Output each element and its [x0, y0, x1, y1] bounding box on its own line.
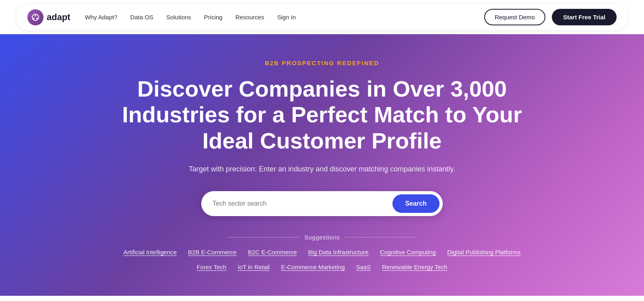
suggestion-forex-tech[interactable]: Forex Tech: [196, 264, 226, 270]
suggestions-line-right: [345, 237, 417, 237]
nav-item-resources[interactable]: Resources: [235, 14, 264, 21]
nav-item-data-os[interactable]: Data OS: [130, 14, 154, 21]
navbar-right: Request Demo Start Free Trial: [484, 9, 617, 25]
suggestions-section: Suggestions Artificial Intelligence B2B …: [101, 234, 543, 270]
svg-point-1: [35, 15, 36, 16]
suggestion-ai[interactable]: Artificial Intelligence: [123, 249, 177, 256]
nav-item-signin[interactable]: Sign In: [277, 14, 296, 21]
suggestions-label: Suggestions: [304, 234, 340, 241]
suggestion-cognitive-computing[interactable]: Cognitive Computing: [380, 249, 436, 256]
suggestion-b2b-ecommerce[interactable]: B2B E-Commerce: [188, 249, 237, 256]
suggestion-ecommerce-marketing[interactable]: E-Commerce Marketing: [281, 264, 345, 270]
navbar-left: adapt Why Adapt? Data OS Solutions Prici…: [27, 9, 296, 25]
nav-links: Why Adapt? Data OS Solutions Pricing Res…: [85, 14, 296, 21]
suggestion-digital-publishing[interactable]: Digital Publishing Platforms: [447, 249, 521, 256]
hero-section: B2B PROSPECTING REDEFINED Discover Compa…: [0, 34, 644, 296]
search-button[interactable]: Search: [392, 194, 440, 213]
suggestions-row-2: Forex Tech IoT in Retail E-Commerce Mark…: [196, 264, 447, 270]
suggestion-saas[interactable]: SaaS: [356, 264, 371, 270]
suggestion-b2c-ecommerce[interactable]: B2C E-Commerce: [248, 249, 297, 256]
start-free-trial-button[interactable]: Start Free Trial: [552, 9, 617, 25]
svg-point-3: [36, 18, 38, 19]
logo[interactable]: adapt: [27, 9, 70, 25]
nav-item-why-adapt[interactable]: Why Adapt?: [85, 14, 118, 21]
hero-subtitle: Target with precision: Enter an industry…: [189, 165, 455, 173]
logo-icon: [27, 9, 43, 25]
nav-item-solutions[interactable]: Solutions: [166, 14, 191, 21]
search-bar: Search: [201, 191, 443, 216]
svg-point-2: [33, 18, 35, 19]
logo-text: adapt: [47, 12, 70, 23]
suggestion-iot-retail[interactable]: IoT in Retail: [237, 264, 270, 270]
suggestions-header: Suggestions: [101, 234, 543, 241]
hero-eyebrow: B2B PROSPECTING REDEFINED: [265, 60, 379, 66]
nav-item-pricing[interactable]: Pricing: [204, 14, 223, 21]
request-demo-button[interactable]: Request Demo: [484, 9, 545, 25]
hero-title: Discover Companies in Over 3,000 Industr…: [101, 76, 543, 154]
suggestions-line-left: [227, 237, 299, 237]
suggestion-big-data[interactable]: Big Data Infrastructure: [308, 249, 369, 256]
navbar: adapt Why Adapt? Data OS Solutions Prici…: [16, 4, 628, 30]
suggestions-row-1: Artificial Intelligence B2B E-Commerce B…: [123, 249, 520, 256]
search-input[interactable]: [213, 200, 392, 207]
suggestion-renewable-energy[interactable]: Renewable Energy Tech: [382, 264, 447, 270]
